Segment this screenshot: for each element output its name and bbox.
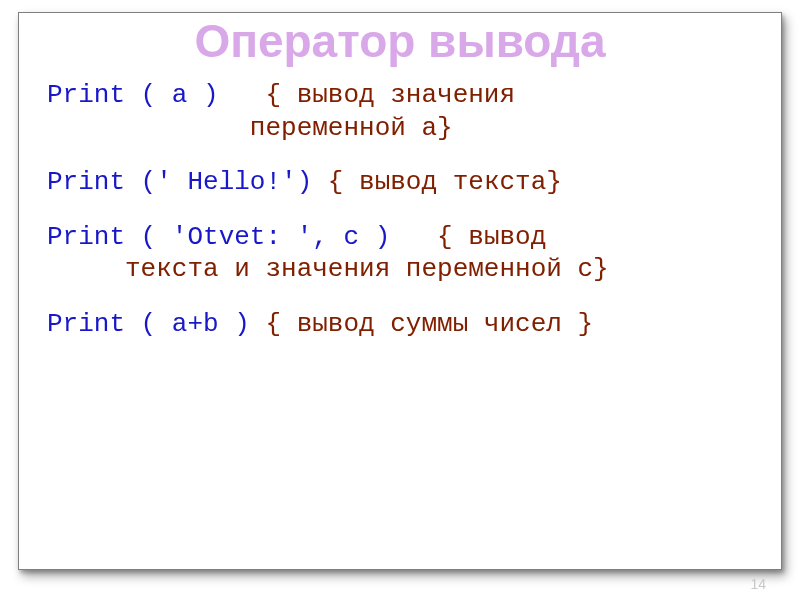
- slide: Оператор вывода Print ( a ) { вывод знач…: [0, 0, 800, 600]
- code-text: Print (' Hello!'): [47, 167, 328, 197]
- code-comment: { вывод: [437, 222, 546, 252]
- code-example-4: Print ( a+b ) { вывод суммы чисел }: [47, 308, 753, 341]
- code-text: Print ( 'Otvet: ', c ): [47, 222, 437, 252]
- code-example-2: Print (' Hello!') { вывод текста}: [47, 166, 753, 199]
- code-text: Print ( a+b ): [47, 309, 265, 339]
- code-comment: { вывод текста}: [328, 167, 562, 197]
- slide-title: Оператор вывода: [47, 17, 753, 65]
- code-example-1: Print ( a ) { вывод значения переменной …: [47, 79, 753, 144]
- code-comment: { вывод суммы чисел }: [265, 309, 593, 339]
- code-comment: { вывод значения: [265, 80, 515, 110]
- code-comment: текста и значения переменной с}: [47, 254, 609, 284]
- code-comment: переменной а}: [47, 113, 453, 143]
- page-number: 14: [750, 576, 766, 592]
- code-example-3: Print ( 'Otvet: ', c ) { вывод текста и …: [47, 221, 753, 286]
- code-text: Print ( a ): [47, 80, 265, 110]
- slide-frame: Оператор вывода Print ( a ) { вывод знач…: [18, 12, 782, 570]
